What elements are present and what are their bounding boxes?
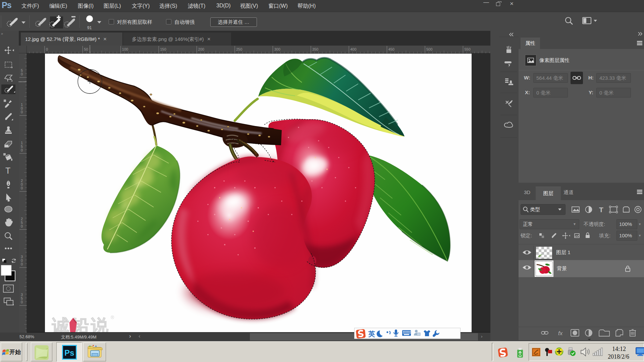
svg-text:250: 250: [236, 47, 242, 51]
svg-text:100: 100: [122, 47, 128, 51]
svg-text:0: 0: [21, 72, 23, 76]
svg-text:0: 0: [21, 186, 23, 190]
svg-text:500: 500: [426, 47, 432, 51]
svg-text:150: 150: [160, 47, 166, 51]
svg-text:0: 0: [21, 110, 23, 114]
svg-text:英: 英: [368, 330, 375, 338]
svg-text:fx: fx: [558, 330, 563, 337]
svg-text:T: T: [599, 206, 603, 214]
svg-text:450: 450: [388, 47, 394, 51]
svg-text:®: ®: [111, 315, 114, 320]
svg-text:0: 0: [21, 148, 23, 152]
svg-text:300: 300: [274, 47, 280, 51]
svg-text:Ps: Ps: [64, 348, 74, 357]
svg-text:400: 400: [350, 47, 356, 51]
svg-text:350: 350: [312, 47, 318, 51]
svg-text:0: 0: [21, 224, 23, 228]
svg-text:50: 50: [84, 47, 88, 51]
svg-text:»: »: [1, 32, 3, 36]
svg-text:91: 91: [87, 25, 92, 30]
svg-text:550: 550: [464, 47, 470, 51]
svg-text:诚铅说: 诚铅说: [52, 316, 110, 332]
svg-text:200: 200: [198, 47, 204, 51]
svg-text:0: 0: [21, 300, 23, 304]
svg-text:0: 0: [46, 47, 48, 51]
svg-text:T: T: [5, 166, 10, 175]
svg-text:0: 0: [21, 262, 23, 266]
